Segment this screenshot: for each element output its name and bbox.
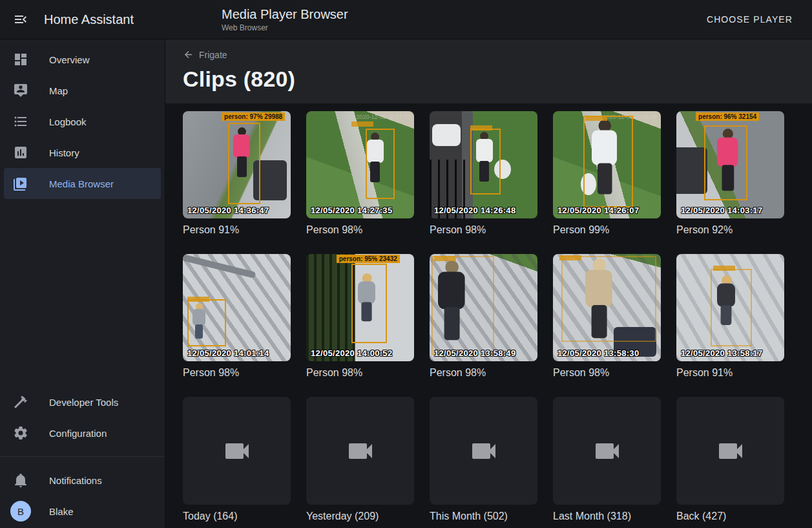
sidebar-divider [0, 456, 165, 457]
play-box-multiple-icon [13, 176, 28, 191]
clip-thumbnail: person: 97% 29988 12/05/2020 14:36:47 [183, 111, 291, 218]
detection-box [704, 125, 747, 200]
bell-icon [13, 472, 28, 488]
media-browser-content: Frigate Clips (820) person: 97% 29988 12… [165, 39, 812, 528]
sidebar-item-label: Overview [49, 54, 90, 65]
clip-thumbnail: 2020-12-05 16:26:08 12/05/2020 14:26:07 [553, 111, 661, 218]
clip-card[interactable]: person: 96% 32154 12/05/2020 14:03:17 Pe… [676, 111, 784, 254]
clip-timestamp: 12/05/2020 14:26:48 [434, 206, 515, 215]
clip-timestamp: 12/05/2020 14:01:14 [187, 348, 269, 358]
folder-thumbnail [430, 397, 537, 505]
detection-box [351, 264, 387, 343]
folder-label: Today (164) [183, 510, 291, 522]
sidebar-item-logbook[interactable]: Logbook [0, 106, 165, 137]
clip-thumbnail: 12/05/2020 13:58:17 [676, 254, 784, 361]
clip-timestamp: 12/05/2020 13:58:49 [434, 348, 515, 358]
section-title: Clips (820) [183, 67, 795, 92]
clip-caption: Person 98% [183, 366, 291, 379]
detection-label-small [713, 266, 735, 271]
content-header: Frigate Clips (820) [165, 39, 812, 103]
sidebar-item-profile[interactable]: B Blake [0, 496, 165, 527]
detection-label-small [585, 116, 607, 121]
sidebar-item-media-browser[interactable]: Media Browser [4, 168, 161, 199]
clip-thumbnail: 12/05/2020 13:58:49 [430, 254, 537, 361]
car-shape [432, 124, 461, 146]
gear-icon [13, 425, 28, 441]
detection-box [187, 299, 226, 346]
bar-chart-icon [13, 145, 28, 160]
clip-card[interactable]: 12/05/2020 14:26:48 Person 98% [430, 111, 537, 254]
folder-card-this-month[interactable]: This Month (502) [430, 397, 537, 528]
sidebar-item-label: Configuration [49, 428, 107, 439]
page-subtitle: Web Browser [222, 23, 348, 32]
clip-card[interactable]: 2020-12-05 16:27:35 12/05/2020 14:27:35 … [306, 111, 414, 254]
sidebar-item-configuration[interactable]: Configuration [0, 417, 165, 449]
folder-card-yesterday[interactable]: Yesterday (209) [306, 397, 414, 528]
clip-card[interactable]: 12/05/2020 13:58:17 Person 91% [676, 254, 784, 397]
arrow-left-icon [183, 49, 194, 60]
detection-box [711, 269, 751, 346]
detection-box [561, 256, 656, 342]
detection-label: person: 95% 23432 [337, 255, 400, 263]
clip-thumbnail: person: 95% 23432 12/05/2020 14:00:52 [306, 254, 414, 361]
folder-label: Last Month (318) [553, 510, 661, 522]
sidebar-item-history[interactable]: History [0, 137, 165, 168]
app-title: Home Assistant [44, 12, 134, 27]
detection-label-small [559, 255, 581, 260]
clip-thumbnail: person: 96% 32154 12/05/2020 14:03:17 [676, 111, 784, 218]
folder-thumbnail [676, 397, 784, 505]
fence-bars-shape [306, 254, 356, 361]
detection-box [583, 116, 633, 208]
detection-box [470, 129, 501, 195]
sidebar-item-label: History [49, 147, 79, 158]
breadcrumb-label: Frigate [199, 50, 227, 60]
clip-card[interactable]: 12/05/2020 13:58:30 Person 98% [553, 254, 661, 397]
folder-thumbnail [306, 397, 414, 505]
clip-timestamp: 12/05/2020 14:03:17 [681, 206, 762, 215]
folder-label: Back (427) [676, 510, 784, 522]
page-title: Media Player Browser [222, 6, 348, 22]
folder-card-last-month[interactable]: Last Month (318) [553, 397, 661, 528]
sidebar-toggle-icon[interactable] [13, 12, 28, 27]
sidebar-item-developer-tools[interactable]: Developer Tools [0, 386, 165, 417]
breadcrumb-back-frigate[interactable]: Frigate [183, 49, 227, 60]
clip-card[interactable]: 2020-12-05 16:26:08 12/05/2020 14:26:07 … [553, 111, 661, 254]
hammer-icon [13, 394, 28, 410]
choose-player-button[interactable]: CHOOSE PLAYER [702, 9, 798, 30]
sidebar-item-label: Developer Tools [49, 397, 118, 408]
sidebar-item-overview[interactable]: Overview [0, 44, 165, 75]
clip-thumbnail: 12/05/2020 13:58:30 [553, 254, 661, 361]
view-dashboard-icon [13, 52, 28, 67]
avatar: B [10, 501, 31, 522]
clip-caption: Person 99% [553, 224, 661, 236]
clip-timestamp: 12/05/2020 14:26:07 [557, 206, 639, 215]
sidebar-item-map[interactable]: Map [0, 75, 165, 106]
sidebar-item-label: Map [49, 85, 68, 96]
sidebar-item-label: Media Browser [49, 178, 114, 189]
clip-card[interactable]: 12/05/2020 13:58:49 Person 98% [430, 254, 537, 397]
video-camera-icon [592, 436, 623, 467]
folder-thumbnail [553, 397, 661, 505]
video-camera-icon [715, 436, 746, 467]
sidebar-item-notifications[interactable]: Notifications [0, 465, 165, 496]
clip-timestamp: 12/05/2020 14:00:52 [311, 348, 392, 358]
clip-caption: Person 98% [430, 224, 537, 236]
clip-thumbnail: 2020-12-05 16:27:35 12/05/2020 14:27:35 [306, 111, 414, 218]
clip-card[interactable]: 12/05/2020 14:01:14 Person 98% [183, 254, 291, 397]
clip-thumbnail: 12/05/2020 14:01:14 [183, 254, 291, 361]
top-app-bar: Home Assistant Media Player Browser Web … [0, 0, 812, 39]
clip-caption: Person 92% [676, 224, 784, 236]
clip-card[interactable]: person: 95% 23432 12/05/2020 14:00:52 Pe… [306, 254, 414, 397]
detection-label: person: 96% 32154 [696, 112, 759, 121]
detection-box [228, 123, 260, 204]
detection-box [432, 256, 494, 355]
folder-card-back[interactable]: Back (427) [676, 397, 784, 528]
sidebar-spacer [0, 199, 165, 386]
clip-card[interactable]: person: 97% 29988 12/05/2020 14:36:47 Pe… [183, 111, 291, 254]
folder-card-today[interactable]: Today (164) [183, 397, 291, 528]
detection-box [366, 129, 395, 200]
clip-timestamp: 12/05/2020 13:58:17 [681, 348, 762, 358]
detection-label: person: 97% 29988 [222, 112, 285, 121]
page-heading: Media Player Browser Web Browser [222, 6, 348, 32]
detection-label-small [187, 297, 209, 302]
